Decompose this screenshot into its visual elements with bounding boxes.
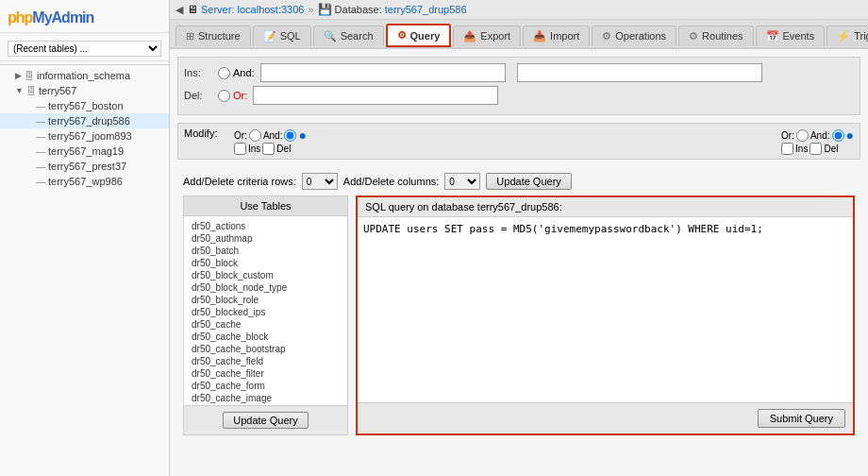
table-list-item[interactable]: dr50_block_node_type: [184, 281, 347, 294]
sql-query-textarea[interactable]: [358, 217, 853, 402]
sql-query-panel: SQL query on database terry567_drup586: …: [356, 196, 855, 435]
table-icon: —: [36, 162, 45, 172]
table-name: terry567_wp986: [48, 176, 123, 187]
table-list-item[interactable]: dr50_cache_image: [184, 392, 347, 404]
ins-checkbox-mod[interactable]: [234, 143, 246, 155]
tab-sql[interactable]: 📝 SQL: [253, 26, 311, 46]
add-delete-columns-label: Add/Delete columns:: [343, 176, 440, 187]
or-ins-row-right: Or: And: ●: [781, 128, 854, 143]
tab-query-label: Query: [410, 30, 441, 42]
table-list-item[interactable]: dr50_cache_bootstrap: [184, 343, 347, 355]
table-name: terry567_prest37: [48, 161, 126, 172]
sql-query-header: SQL query on database terry567_drup586:: [358, 197, 853, 217]
ins-checkbox-mod-right[interactable]: [781, 143, 793, 155]
structure-icon: ⊞: [186, 30, 194, 42]
table-list-item[interactable]: dr50_batch: [184, 245, 347, 257]
update-query-button-top[interactable]: Update Query: [486, 173, 571, 190]
sidebar-item-information-schema[interactable]: ▶ 🗄 information_schema: [0, 68, 169, 83]
import-icon: 📥: [533, 30, 546, 42]
table-name: terry567_drup586: [48, 115, 130, 127]
submit-query-button[interactable]: Submit Query: [758, 409, 845, 428]
ins-input[interactable]: [260, 63, 506, 82]
add-delete-row: Add/Delete criteria rows: 0 Add/Delete c…: [177, 167, 860, 196]
sidebar-item-terry567-boston[interactable]: ▶ — terry567_boston: [0, 98, 169, 113]
tab-operations[interactable]: ⚙ Operations: [592, 26, 676, 46]
table-list-item[interactable]: dr50_block_custom: [184, 269, 347, 281]
tab-search-label: Search: [341, 30, 374, 42]
sql-icon: 📝: [263, 30, 276, 42]
sidebar-item-terry567-wp986[interactable]: ▶ — terry567_wp986: [0, 174, 169, 189]
table-list-item[interactable]: dr50_block: [184, 257, 347, 269]
tab-sql-label: SQL: [280, 30, 301, 42]
db-name: terry567: [39, 85, 76, 96]
table-list-item[interactable]: dr50_cache_block: [184, 331, 347, 343]
arrow-icon: ▶: [26, 177, 33, 186]
table-list-item[interactable]: dr50_actions: [184, 220, 347, 232]
sidebar-item-terry567-mag19[interactable]: ▶ — terry567_mag19: [0, 144, 169, 159]
tab-search[interactable]: 🔍 Search: [313, 26, 384, 46]
top-bar: ◀ 🖥 Server: localhost:3306 » 💾 Database:…: [170, 0, 868, 20]
ins-label-mod: Ins: [248, 144, 260, 154]
events-icon: 📅: [766, 30, 779, 42]
table-list-item[interactable]: dr50_cache_form: [184, 380, 347, 392]
app-container: phpMyAdmin (Recent tables) ... ▶ 🗄 infor…: [0, 0, 868, 476]
table-list-item[interactable]: dr50_block_role: [184, 294, 347, 306]
search-icon: 🔍: [324, 30, 337, 42]
tab-events[interactable]: 📅 Events: [756, 26, 826, 46]
and-radio-ins[interactable]: [218, 67, 230, 79]
tab-export[interactable]: 📤 Export: [453, 26, 521, 46]
del-input[interactable]: [253, 86, 498, 105]
use-tables-footer: Update Query: [184, 405, 347, 434]
arrow-icon: ▼: [15, 86, 24, 95]
use-tables-list: dr50_actionsdr50_authmapdr50_batchdr50_b…: [184, 216, 347, 405]
server-text[interactable]: Server: localhost:3306: [201, 4, 304, 15]
del-label: Del:: [184, 90, 212, 101]
or-radio-mod-left[interactable]: [249, 129, 261, 142]
sidebar-item-terry567-drup586[interactable]: ▶ — terry567_drup586: [0, 113, 169, 128]
tab-structure-label: Structure: [198, 30, 241, 42]
tab-structure[interactable]: ⊞ Structure: [175, 26, 251, 46]
ins-del-row: Ins Del: [234, 143, 307, 155]
tab-triggers[interactable]: ⚡ Triggers: [826, 26, 868, 46]
sidebar-item-terry567-joom893[interactable]: ▶ — terry567_joom893: [0, 128, 169, 144]
table-icon: —: [36, 116, 45, 127]
sidebar-item-terry567-prest37[interactable]: ▶ — terry567_prest37: [0, 159, 169, 174]
recent-tables-select[interactable]: (Recent tables) ...: [8, 41, 161, 57]
arrow-icon: ▶: [26, 101, 33, 110]
and-radio-mod-right[interactable]: [832, 129, 844, 142]
database-name[interactable]: terry567_drup586: [385, 4, 467, 15]
tab-export-label: Export: [480, 30, 510, 42]
table-list-item[interactable]: dr50_cache_filter: [184, 367, 347, 380]
or-radio-group: Or:: [218, 90, 247, 102]
arrow-icon: ▶: [26, 116, 33, 126]
del-checkbox-mod[interactable]: [262, 143, 275, 155]
table-list-item[interactable]: dr50_blocked_ips: [184, 306, 347, 318]
ins-input2[interactable]: [517, 63, 762, 82]
table-icon: —: [36, 101, 45, 111]
modify-or-and-right: Or: And: ● Ins Del: [781, 128, 854, 155]
or-radio-del[interactable]: [218, 90, 230, 102]
criteria-section: Ins: And: Del: Or:: [177, 57, 860, 115]
tab-query[interactable]: ⚙ Query: [386, 24, 452, 47]
or-ins-label-right: Or:: [781, 130, 794, 141]
tab-triggers-label: Triggers: [854, 30, 868, 42]
table-icon: —: [36, 177, 45, 187]
server-icon: 🖥: [187, 3, 198, 16]
and-radio-mod-left[interactable]: [284, 129, 296, 142]
sidebar-recent: (Recent tables) ...: [0, 37, 169, 61]
use-tables-panel: Use Tables dr50_actionsdr50_authmapdr50_…: [183, 196, 348, 435]
table-list-item[interactable]: dr50_cache_field: [184, 355, 347, 367]
modify-or-and-left: Or: And: ● Ins Del: [234, 128, 307, 155]
tab-routines[interactable]: ⚙ Routines: [678, 26, 753, 46]
or-radio-mod-right[interactable]: [796, 129, 809, 142]
del-checkbox-mod-right[interactable]: [810, 143, 822, 155]
criteria-cols-select[interactable]: 0: [444, 173, 480, 190]
table-list-item[interactable]: dr50_authmap: [184, 232, 347, 245]
tab-import[interactable]: 📥 Import: [523, 26, 590, 46]
criteria-rows-select[interactable]: 0: [302, 173, 338, 190]
query-content: Ins: And: Del: Or:: [170, 49, 868, 476]
sidebar-logo: phpMyAdmin: [0, 4, 169, 33]
table-list-item[interactable]: dr50_cache: [184, 318, 347, 331]
sidebar-item-terry567[interactable]: ▼ 🗄 terry567: [0, 83, 169, 98]
update-query-button-bottom[interactable]: Update Query: [223, 412, 308, 429]
